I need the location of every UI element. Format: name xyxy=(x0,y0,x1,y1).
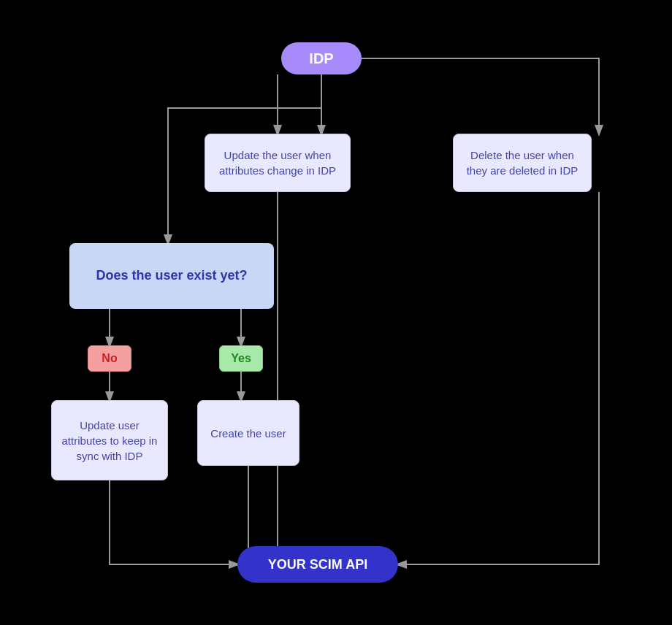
scim-label: YOUR SCIM API xyxy=(268,557,367,572)
yes-node: Yes xyxy=(219,345,263,372)
delete-label: Delete the user when they are deleted in… xyxy=(461,147,584,178)
flowchart: IDP Update the user when attributes chan… xyxy=(22,20,650,605)
scim-api-node: YOUR SCIM API xyxy=(237,546,398,583)
create-user-label: Create the user xyxy=(210,426,286,441)
idp-node: IDP xyxy=(281,42,362,74)
idp-label: IDP xyxy=(309,50,333,67)
update-user-node: Update user attributes to keep in sync w… xyxy=(51,400,168,480)
does-exist-label: Does the user exist yet? xyxy=(96,267,247,285)
no-label: No xyxy=(102,352,117,365)
does-exist-node: Does the user exist yet? xyxy=(69,243,274,309)
update-attr-label: Update the user when attributes change i… xyxy=(213,147,343,178)
no-node: No xyxy=(88,345,131,372)
update-attr-node: Update the user when attributes change i… xyxy=(205,134,351,192)
delete-node: Delete the user when they are deleted in… xyxy=(453,134,592,192)
yes-label: Yes xyxy=(231,352,251,365)
update-user-label: Update user attributes to keep in sync w… xyxy=(59,418,160,464)
arrows-layer xyxy=(22,20,650,605)
create-user-node: Create the user xyxy=(197,400,299,466)
